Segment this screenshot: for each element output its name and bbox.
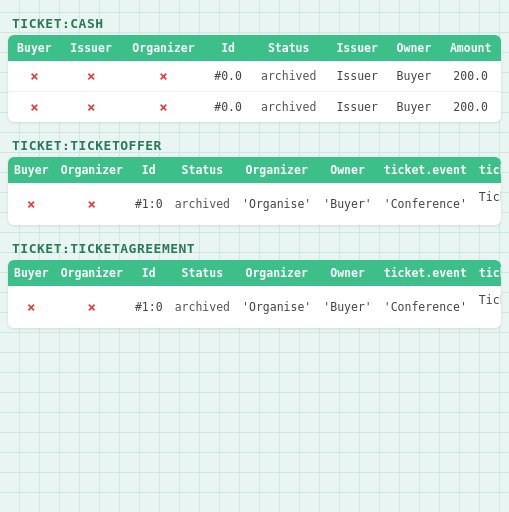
cell-owner: 'Buyer' [317, 286, 377, 328]
col-ticket-event: ticket.event [378, 157, 473, 183]
table-header-row: Buyer Issuer Organizer Id Status Issuer … [8, 35, 501, 61]
table-header-row: Buyer Organizer Id Status Organizer Owne… [8, 157, 501, 183]
col-id: Id [206, 35, 251, 61]
cell-ticket-event: 'Conference' [378, 286, 473, 328]
col-id: Id [129, 157, 169, 183]
x-icon: × [27, 299, 35, 315]
cell-owner: Buyer [388, 61, 441, 92]
section-ticket-ticketoffer: TICKET:TICKETOFFER Buyer Organizer Id St… [8, 132, 501, 225]
table-wrapper-ticket-ticketoffer: Buyer Organizer Id Status Organizer Owne… [8, 157, 501, 225]
col-ticket-c: ticket.c [473, 157, 501, 183]
cell-id: #0.0 [206, 61, 251, 92]
col-status: Status [169, 157, 236, 183]
x-icon: × [27, 196, 35, 212]
col-ticket-c: ticket.c [473, 260, 501, 286]
col-buyer: Buyer [8, 35, 61, 61]
cell-owner: Buyer [388, 92, 441, 123]
col-buyer: Buyer [8, 260, 55, 286]
col-organizer: Organizer [55, 260, 129, 286]
cell-ticket-c: Ticket:C V [473, 183, 501, 225]
table-header-row: Buyer Organizer Id Status Organizer Owne… [8, 260, 501, 286]
col-amount: Amount [440, 35, 501, 61]
cell-issuer2: Issuer [327, 61, 388, 92]
cell-issuer: × [61, 92, 122, 123]
col-ticket-event: ticket.event [378, 260, 473, 286]
table-ticket-ticketoffer: Buyer Organizer Id Status Organizer Owne… [8, 157, 501, 225]
cell-issuer: × [61, 61, 122, 92]
col-owner: Owner [388, 35, 441, 61]
table-ticket-ticketagreement: Buyer Organizer Id Status Organizer Owne… [8, 260, 501, 328]
section-title-ticket-ticketoffer: TICKET:TICKETOFFER [8, 132, 501, 157]
section-title-ticket-ticketagreement: TICKET:TICKETAGREEMENT [8, 235, 501, 260]
col-issuer: Issuer [61, 35, 122, 61]
cell-organizer: × [121, 92, 205, 123]
section-ticket-ticketagreement: TICKET:TICKETAGREEMENT Buyer Organizer I… [8, 235, 501, 328]
col-owner: Owner [317, 260, 377, 286]
col-organizer: Organizer [121, 35, 205, 61]
cell-buyer: × [8, 92, 61, 123]
col-organizer2: Organizer [236, 157, 317, 183]
cell-status: archived [251, 92, 327, 123]
cell-amount: 200.0 [440, 92, 501, 123]
cell-organizer: × [55, 286, 129, 328]
table-row: × × #1:0 archived 'Organise' 'Buyer' 'Co… [8, 286, 501, 328]
cell-id: #1:0 [129, 286, 169, 328]
x-icon: × [87, 68, 95, 84]
cell-buyer: × [8, 286, 55, 328]
cell-id: #1:0 [129, 183, 169, 225]
col-status: Status [251, 35, 327, 61]
col-organizer2: Organizer [236, 260, 317, 286]
x-icon: × [30, 68, 38, 84]
cell-status: archived [251, 61, 327, 92]
cell-organizer: × [121, 61, 205, 92]
cell-buyer: × [8, 183, 55, 225]
x-icon: × [88, 299, 96, 315]
section-title-ticket-cash: TICKET:CASH [8, 10, 501, 35]
cell-id: #0.0 [206, 92, 251, 123]
table-row: × × × #0.0 archived Issuer Buyer 200.0 [8, 61, 501, 92]
x-icon: × [87, 99, 95, 115]
col-owner: Owner [317, 157, 377, 183]
col-buyer: Buyer [8, 157, 55, 183]
cell-organizer: × [55, 183, 129, 225]
table-row: × × #1:0 archived 'Organise' 'Buyer' 'Co… [8, 183, 501, 225]
cell-ticket-event: 'Conference' [378, 183, 473, 225]
table-row: × × × #0.0 archived Issuer Buyer 200.0 [8, 92, 501, 123]
col-issuer2: Issuer [327, 35, 388, 61]
cell-ticket-c: Ticket:C V [473, 286, 501, 328]
cell-status: archived [169, 183, 236, 225]
section-ticket-cash: TICKET:CASH Buyer Issuer Organizer Id St… [8, 10, 501, 122]
cell-buyer: × [8, 61, 61, 92]
x-icon: × [159, 99, 167, 115]
x-icon: × [30, 99, 38, 115]
cell-amount: 200.0 [440, 61, 501, 92]
col-status: Status [169, 260, 236, 286]
table-wrapper-ticket-cash: Buyer Issuer Organizer Id Status Issuer … [8, 35, 501, 122]
cell-issuer2: Issuer [327, 92, 388, 123]
cell-organizer2: 'Organise' [236, 286, 317, 328]
col-id: Id [129, 260, 169, 286]
cell-owner: 'Buyer' [317, 183, 377, 225]
x-icon: × [88, 196, 96, 212]
page-container: TICKET:CASH Buyer Issuer Organizer Id St… [0, 10, 509, 328]
table-ticket-cash: Buyer Issuer Organizer Id Status Issuer … [8, 35, 501, 122]
cell-organizer2: 'Organise' [236, 183, 317, 225]
cell-status: archived [169, 286, 236, 328]
table-wrapper-ticket-ticketagreement: Buyer Organizer Id Status Organizer Owne… [8, 260, 501, 328]
col-organizer: Organizer [55, 157, 129, 183]
x-icon: × [159, 68, 167, 84]
